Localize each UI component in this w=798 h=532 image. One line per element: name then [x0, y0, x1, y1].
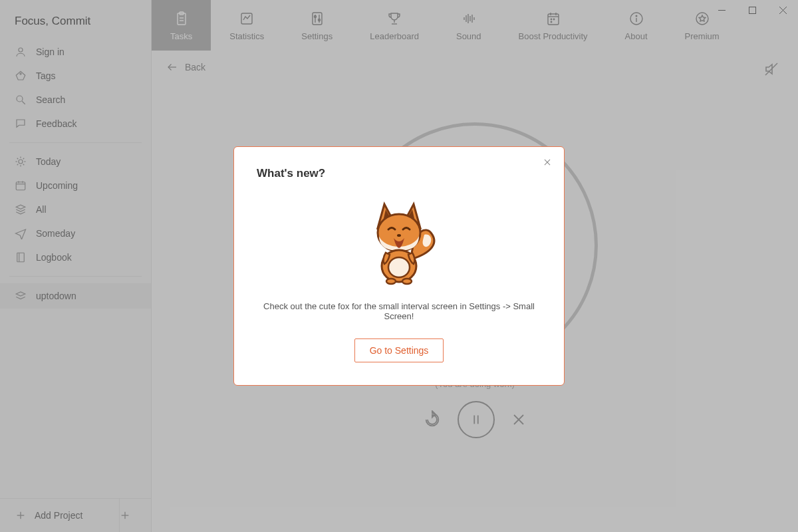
- svg-point-69: [402, 279, 412, 284]
- svg-point-67: [388, 257, 410, 277]
- svg-point-68: [386, 279, 396, 284]
- fox-icon: [352, 196, 446, 289]
- fox-illustration: [257, 196, 541, 289]
- modal-close-button[interactable]: [543, 158, 552, 167]
- modal-overlay[interactable]: What's new?: [0, 0, 798, 532]
- modal-body-text: Check out the cute fox for the small int…: [257, 301, 541, 321]
- whats-new-modal: What's new?: [233, 146, 565, 386]
- close-icon: [543, 158, 552, 167]
- modal-title: What's new?: [257, 167, 541, 180]
- go-to-settings-button[interactable]: Go to Settings: [354, 338, 444, 362]
- svg-point-65: [397, 234, 401, 237]
